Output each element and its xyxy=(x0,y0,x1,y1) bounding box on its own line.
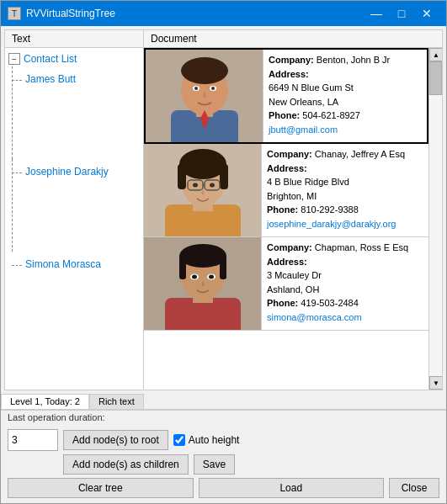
auto-height-label: Auto height xyxy=(189,434,240,446)
tree-root-node[interactable]: − Contact List xyxy=(5,51,143,66)
contact-photo-2 xyxy=(144,144,262,236)
maximize-button[interactable]: □ xyxy=(389,1,414,26)
contact-photo-3 xyxy=(144,237,262,330)
svg-point-4 xyxy=(181,57,228,84)
svg-point-8 xyxy=(211,87,215,90)
svg-point-21 xyxy=(210,183,215,188)
svg-point-31 xyxy=(192,275,197,279)
svg-point-32 xyxy=(209,275,214,279)
window-close-button[interactable]: ✕ xyxy=(414,1,439,26)
email-1[interactable]: jbutt@gmail.com xyxy=(269,123,422,137)
person-node-1[interactable]: James Butt xyxy=(5,66,143,159)
svg-point-7 xyxy=(194,87,198,90)
last-op-label: Last operation duration: xyxy=(8,412,105,422)
clear-tree-button[interactable]: Clear tree xyxy=(8,478,194,498)
controls-area: Add node(s) to root Auto height Add node… xyxy=(1,424,446,503)
expand-icon[interactable]: − xyxy=(8,53,20,65)
main-window: T RVVirtualStringTree — □ ✕ Text Documen… xyxy=(0,0,447,504)
company-label-1: Company: xyxy=(269,55,314,65)
status-tab-2[interactable]: Rich text xyxy=(89,394,144,409)
status-tabs: Level 1, Today: 2 Rich text xyxy=(1,394,446,410)
bottom-buttons-row: Clear tree Load Close xyxy=(8,478,439,498)
company-label-3: Company: xyxy=(267,242,312,252)
svg-point-14 xyxy=(179,149,226,179)
company-val-1: Benton, John B Jr xyxy=(317,55,390,65)
auto-height-checkbox-label[interactable]: Auto height xyxy=(173,434,240,446)
scroll-up-btn[interactable]: ▲ xyxy=(429,48,442,61)
address-val-2: 4 B Blue Ridge BlvdBrighton, MI xyxy=(267,175,423,203)
company-val-2: Chanay, Jeffrey A Esq xyxy=(315,149,405,159)
address-label-3: Address: xyxy=(267,257,307,267)
contact-details-2: Company: Chanay, Jeffrey A Esq Address: … xyxy=(262,144,428,236)
company-val-3: Chapman, Ross E Esq xyxy=(315,242,408,252)
scroll-down-btn[interactable]: ▼ xyxy=(429,376,442,390)
vertical-scrollbar[interactable]: ▲ ▼ xyxy=(428,48,442,390)
contact-photo-1 xyxy=(146,50,263,142)
contact-row-1[interactable]: Company: Benton, John B Jr Address: 6649… xyxy=(144,48,428,144)
add-root-button[interactable]: Add node(s) to root xyxy=(63,430,168,450)
person-1-name: James Butt xyxy=(25,72,76,85)
person-3-name: Simona Morasca xyxy=(25,257,101,270)
svg-point-26 xyxy=(179,244,226,268)
text-column-header: Text xyxy=(5,30,144,47)
svg-rect-27 xyxy=(179,256,186,279)
svg-rect-28 xyxy=(220,256,226,279)
title-buttons: — □ ✕ xyxy=(364,1,439,26)
phone-val-2: 810-292-9388 xyxy=(301,204,359,215)
load-button[interactable]: Load xyxy=(199,478,385,498)
phone-val-3: 419-503-2484 xyxy=(301,298,359,308)
address-val-1: 6649 N Blue Gum StNew Orleans, LA xyxy=(269,81,422,109)
tree-area: Text Document − Contact List xyxy=(4,29,443,390)
controls-row-2: Add node(s) as children Save xyxy=(8,454,439,475)
tree-header: Text Document xyxy=(5,30,442,48)
scroll-track[interactable] xyxy=(429,61,442,376)
app-icon: T xyxy=(8,7,21,20)
status-bar: Last operation duration: xyxy=(1,410,446,424)
address-label-2: Address: xyxy=(267,163,307,173)
email-3[interactable]: simona@morasca.com xyxy=(267,310,423,325)
phone-val-1: 504-621-8927 xyxy=(302,110,360,120)
svg-rect-16 xyxy=(220,164,228,189)
address-label-1: Address: xyxy=(269,69,309,79)
status-tab-1[interactable]: Level 1, Today: 2 xyxy=(1,394,89,409)
phone-label-3: Phone: xyxy=(267,298,298,308)
root-node-label: Contact List xyxy=(24,53,77,65)
tree-nodes: − Contact List James Butt xyxy=(5,48,143,347)
phone-label-2: Phone: xyxy=(267,204,298,215)
title-bar: T RVVirtualStringTree — □ ✕ xyxy=(1,1,446,26)
company-label-2: Company: xyxy=(267,149,312,159)
contact-details-3: Company: Chapman, Ross E Esq Address: 3 … xyxy=(262,237,428,330)
contact-row-3[interactable]: Company: Chapman, Ross E Esq Address: 3 … xyxy=(144,237,428,331)
document-column-header: Document xyxy=(144,30,442,47)
scroll-thumb[interactable] xyxy=(429,61,442,95)
svg-rect-15 xyxy=(178,164,186,189)
auto-height-checkbox[interactable] xyxy=(173,434,185,446)
tree-right-panel: Company: Benton, John B Jr Address: 6649… xyxy=(144,48,428,390)
save-button[interactable]: Save xyxy=(194,454,235,475)
address-val-3: 3 Mcauley DrAshland, OH xyxy=(267,268,423,296)
node-count-input[interactable] xyxy=(8,429,58,451)
email-2[interactable]: josephine_darakjy@darakjy.org xyxy=(267,217,423,231)
contact-details-1: Company: Benton, John B Jr Address: 6649… xyxy=(263,50,427,142)
window-title: RVVirtualStringTree xyxy=(26,8,364,19)
person-node-2[interactable]: Josephine Darakjy xyxy=(5,159,143,252)
person-node-3[interactable]: Simona Morasca xyxy=(5,252,143,344)
phone-label-1: Phone: xyxy=(269,110,300,120)
tree-left-panel: − Contact List James Butt xyxy=(5,48,144,390)
svg-point-20 xyxy=(193,183,198,188)
person-2-name: Josephine Darakjy xyxy=(25,164,109,178)
contact-row-2[interactable]: Company: Chanay, Jeffrey A Esq Address: … xyxy=(144,144,428,237)
add-children-button[interactable]: Add node(s) as children xyxy=(63,454,189,475)
minimize-button[interactable]: — xyxy=(364,1,389,26)
close-button[interactable]: Close xyxy=(389,478,439,498)
controls-row-1: Add node(s) to root Auto height xyxy=(8,429,439,451)
tree-content: − Contact List James Butt xyxy=(5,48,442,390)
